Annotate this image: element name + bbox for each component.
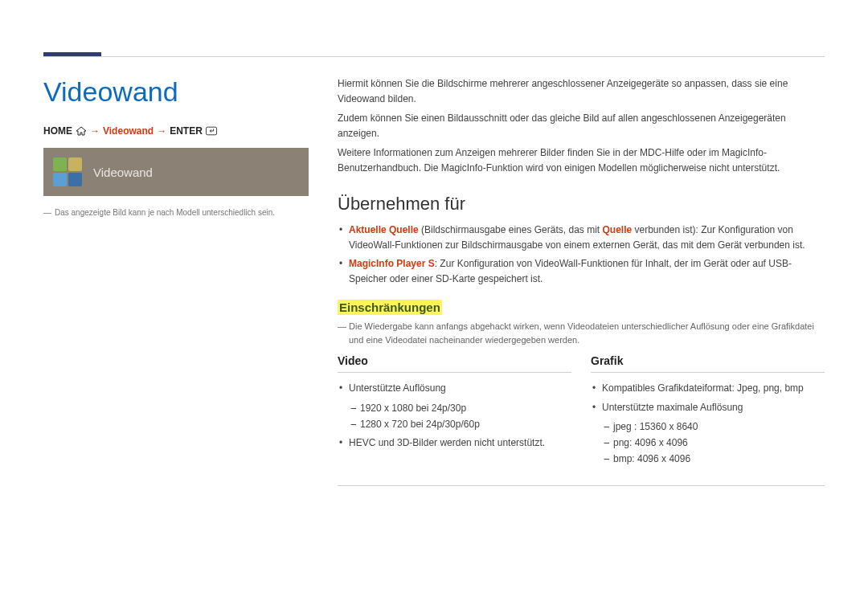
video-b1-text: Unterstützte Auflösung (349, 382, 446, 394)
intro-p1: Hiermit können Sie die Bildschirme mehre… (338, 76, 825, 106)
restrictions-note-text: Die Wiedergabe kann anfangs abgehackt wi… (349, 321, 814, 345)
restrictions-note: Die Wiedergabe kann anfangs abgehackt wi… (338, 320, 825, 346)
right-column: Hiermit können Sie die Bildschirme mehre… (338, 76, 825, 486)
apply-list: Aktuelle Quelle (Bildschirmausgabe eines… (338, 223, 825, 288)
restrictions-heading: Einschränkungen (338, 300, 442, 315)
intro-p3: Weitere Informationen zum Anzeigen mehre… (338, 145, 825, 175)
grafik-s2: png: 4096 x 4096 (613, 435, 825, 451)
nav-enter-label: ENTER (170, 125, 203, 137)
apply-item-1-lead: Aktuelle Quelle (349, 224, 419, 235)
grafik-s1: jpeg : 15360 x 8640 (613, 419, 825, 435)
video-s1: 1920 x 1080 bei 24p/30p (360, 400, 571, 416)
video-col: Video Unterstützte Auflösung 1920 x 1080… (338, 354, 571, 471)
apply-item-1-mid-bold: Quelle (602, 224, 632, 235)
grafik-b1: Kompatibles Grafikdateiformat: Jpeg, png… (602, 381, 825, 396)
video-b2: HEVC und 3D-Bilder werden nicht unterstü… (349, 435, 571, 451)
video-sub: 1920 x 1080 bei 24p/30p 1280 x 720 bei 2… (349, 400, 571, 433)
nav-home-label: HOME (43, 125, 72, 137)
grafik-list: Kompatibles Grafikdateiformat: Jpeg, png… (591, 381, 825, 468)
enter-icon (206, 126, 217, 136)
video-list: Unterstützte Auflösung 1920 x 1080 bei 2… (338, 381, 571, 451)
footnote-text: Das angezeigte Bild kann je nach Modell … (55, 207, 275, 219)
intro-p2: Zudem können Sie einen Bildausschnitt od… (338, 111, 825, 141)
grafik-col: Grafik Kompatibles Grafikdateiformat: Jp… (591, 354, 825, 471)
apply-item-2-lead: MagicInfo Player S (349, 258, 435, 269)
apply-item-1: Aktuelle Quelle (Bildschirmausgabe eines… (349, 223, 825, 253)
breadcrumb: HOME → Videowand → ENTER (43, 125, 309, 137)
apply-heading: Übernehmen für (338, 194, 825, 215)
feature-title: Videowand (43, 76, 309, 108)
image-footnote: Das angezeigte Bild kann je nach Modell … (43, 207, 309, 219)
nav-arrow-1: → (90, 125, 100, 137)
video-s2: 1280 x 720 bei 24p/30p/60p (360, 416, 571, 432)
home-icon (76, 126, 87, 136)
nav-arrow-2: → (157, 125, 166, 137)
specs-two-col: Video Unterstützte Auflösung 1920 x 1080… (338, 354, 825, 486)
feature-preview-tile: Videowand (43, 148, 309, 196)
page-top-rule (43, 56, 825, 57)
grafik-s3: bmp: 4096 x 4096 (613, 451, 825, 467)
nav-feature: Videowand (103, 125, 154, 137)
apply-item-1-mid-a: (Bildschirmausgabe eines Geräts, das mit (419, 224, 603, 235)
left-column: Videowand HOME → Videowand → ENTER Video… (43, 76, 309, 486)
grafik-heading: Grafik (591, 354, 825, 373)
grafik-b2-text: Unterstützte maximale Auflösung (602, 402, 743, 413)
grafik-sub: jpeg : 15360 x 8640 png: 4096 x 4096 bmp… (602, 419, 825, 468)
page-content: Videowand HOME → Videowand → ENTER Video… (43, 76, 825, 486)
video-heading: Video (338, 354, 571, 373)
video-b1: Unterstützte Auflösung 1920 x 1080 bei 2… (349, 381, 571, 432)
tile-label: Videowand (93, 166, 153, 179)
grafik-b2: Unterstützte maximale Auflösung jpeg : 1… (602, 400, 825, 468)
videowall-grid-icon (53, 157, 82, 186)
apply-item-2: MagicInfo Player S: Zur Konfiguration vo… (349, 256, 825, 287)
